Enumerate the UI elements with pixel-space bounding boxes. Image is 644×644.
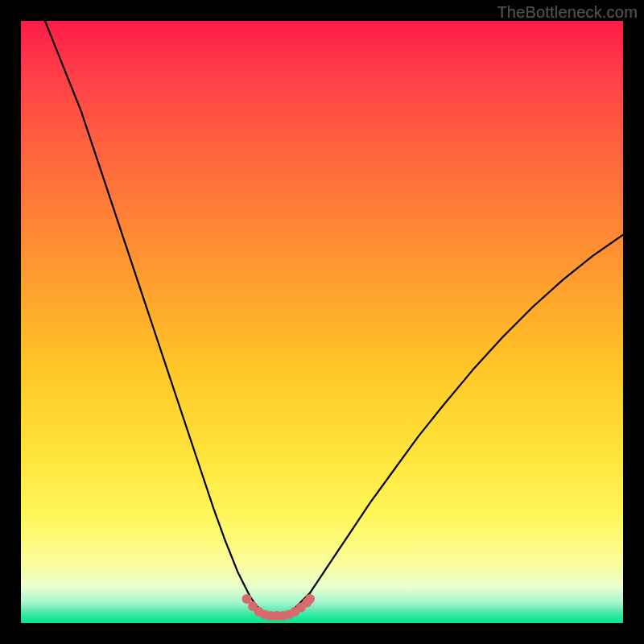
chart-frame: TheBottleneck.com: [0, 0, 644, 644]
bottleneck-curve-path: [45, 21, 623, 616]
marker-dot: [305, 594, 315, 604]
plot-area: [21, 21, 623, 623]
chart-svg: [21, 21, 623, 623]
watermark-label: TheBottleneck.com: [497, 3, 638, 22]
curve-layer: [45, 21, 623, 616]
